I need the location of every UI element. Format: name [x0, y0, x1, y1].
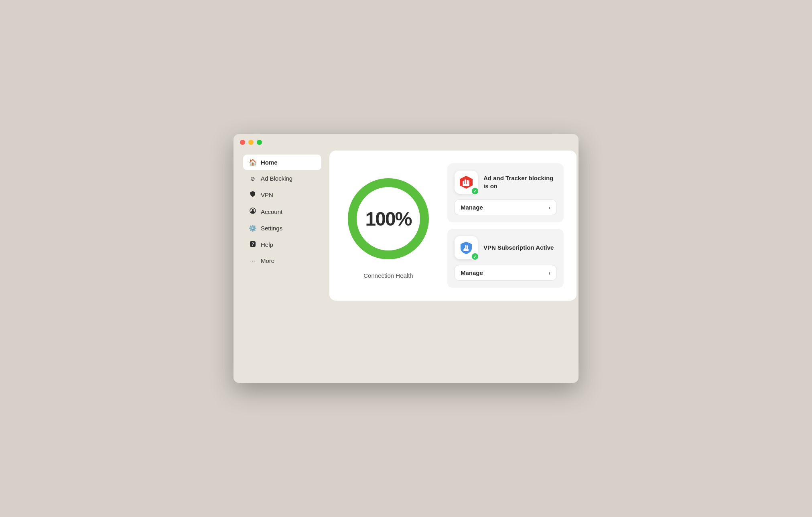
sidebar-label-settings: Settings — [261, 225, 282, 232]
sidebar-label-home: Home — [261, 159, 278, 166]
ad-manage-chevron: › — [548, 204, 550, 211]
ad-manage-label: Manage — [461, 204, 483, 211]
vpn-status-icon — [459, 240, 473, 255]
health-percentage: 100% — [365, 208, 412, 230]
main-content: 100% Connection Health — [329, 151, 577, 301]
vpn-card-top: ✓ VPN Subscription Active — [455, 236, 556, 259]
svg-rect-11 — [463, 184, 469, 186]
account-icon — [249, 208, 257, 216]
vpn-icon — [249, 191, 257, 199]
vpn-icon-wrapper: ✓ — [455, 236, 478, 259]
svg-rect-14 — [468, 180, 469, 182]
help-icon: ? — [249, 241, 257, 248]
svg-text:?: ? — [252, 242, 254, 246]
sidebar-item-account[interactable]: Account — [243, 204, 321, 220]
svg-point-1 — [252, 209, 254, 211]
more-icon: ··· — [249, 258, 257, 264]
status-panel: ✓ Ad and Tracker blocking is on Manage › — [447, 163, 564, 288]
vpn-manage-chevron: › — [548, 270, 550, 276]
vpn-status-badge: ✓ — [471, 252, 479, 261]
vpn-card: ✓ VPN Subscription Active Manage › — [447, 229, 564, 288]
ad-icon-wrapper: ✓ — [455, 171, 478, 194]
svg-rect-16 — [465, 245, 467, 249]
sidebar-label-ad-blocking: Ad Blocking — [261, 175, 292, 182]
svg-rect-13 — [467, 180, 468, 182]
vpn-manage-button[interactable]: Manage › — [455, 265, 556, 281]
ad-manage-button[interactable]: Manage › — [455, 199, 556, 215]
ad-blocking-status-icon — [459, 175, 473, 189]
ad-blocking-icon: ⊘ — [249, 175, 257, 182]
maximize-button[interactable] — [257, 140, 262, 145]
svg-rect-15 — [463, 181, 464, 183]
sidebar-label-help: Help — [261, 241, 273, 248]
app-window: 🏠 Home ⊘ Ad Blocking VPN — [233, 134, 579, 383]
sidebar-label-account: Account — [261, 208, 282, 215]
ad-status-text: Ad and Tracker blocking is on — [483, 174, 556, 191]
sidebar: 🏠 Home ⊘ Ad Blocking VPN — [243, 151, 321, 301]
sidebar-label-more: More — [261, 257, 274, 264]
home-icon: 🏠 — [249, 159, 257, 166]
ad-tracker-card: ✓ Ad and Tracker blocking is on Manage › — [447, 163, 564, 222]
vpn-status-text: VPN Subscription Active — [483, 244, 554, 252]
settings-icon: ⚙️ — [249, 224, 257, 232]
svg-rect-12 — [465, 179, 466, 181]
sidebar-item-settings[interactable]: ⚙️ Settings — [243, 220, 321, 236]
window-body: 🏠 Home ⊘ Ad Blocking VPN — [233, 151, 579, 310]
sidebar-label-vpn: VPN — [261, 191, 273, 198]
svg-rect-20 — [463, 249, 465, 251]
sidebar-item-ad-blocking[interactable]: ⊘ Ad Blocking — [243, 171, 321, 186]
close-button[interactable] — [240, 140, 245, 145]
sidebar-item-home[interactable]: 🏠 Home — [243, 155, 321, 170]
svg-rect-17 — [467, 245, 468, 249]
titlebar — [233, 134, 579, 151]
sidebar-item-more[interactable]: ··· More — [243, 253, 321, 268]
health-circle: 100% — [342, 173, 434, 265]
ad-tracker-card-top: ✓ Ad and Tracker blocking is on — [455, 171, 556, 194]
sidebar-item-help[interactable]: ? Help — [243, 237, 321, 252]
minimize-button[interactable] — [248, 140, 254, 145]
ad-status-badge: ✓ — [471, 187, 479, 195]
health-section: 100% Connection Health — [342, 173, 434, 279]
sidebar-item-vpn[interactable]: VPN — [243, 187, 321, 203]
vpn-manage-label: Manage — [461, 269, 483, 276]
health-label: Connection Health — [363, 272, 413, 279]
